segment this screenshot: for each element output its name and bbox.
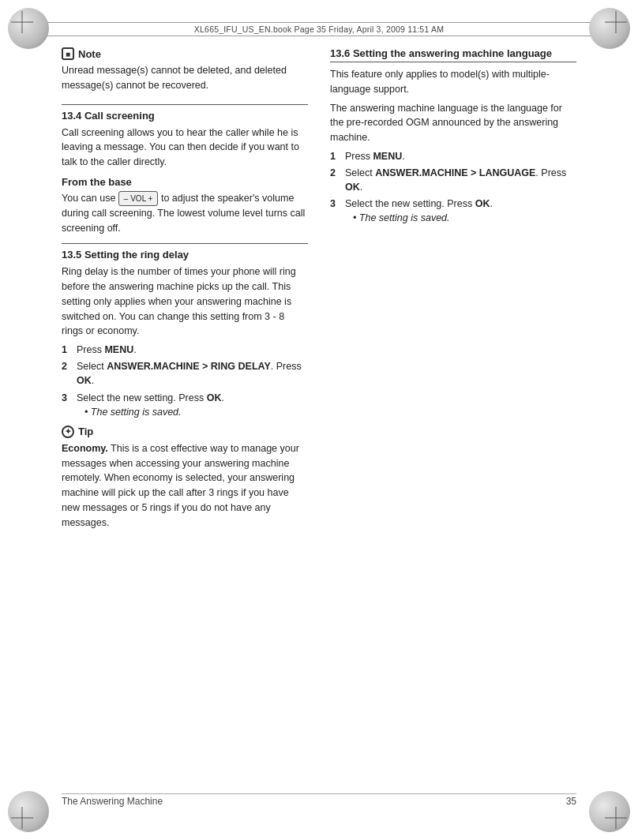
section-13-6: 13.6 Setting the answering machine langu… [330,47,576,225]
section-13-4: 13.4 Call screening Call screening allow… [62,110,308,236]
section-13-5-title: 13.5 Setting the ring delay [62,249,308,261]
tip-body-text: This is a cost effective way to manage y… [62,443,299,528]
step-r-3-italic: • The setting is saved. [353,211,576,225]
section-13-5-body: Ring delay is the number of times your p… [62,264,308,339]
section-13-5-steps: 1 Press MENU. 2 Select ANSWER.MACHINE > … [62,343,308,419]
section-13-4-title: 13.4 Call screening [62,110,308,122]
step-r-num-2: 2 [330,166,341,194]
step-1-content: Press MENU. [77,343,308,357]
step-13-6-1: 1 Press MENU. [330,149,576,163]
header-bar: XL665_IFU_US_EN.book Page 35 Friday, Apr… [47,22,591,36]
step-num-3: 3 [62,391,73,419]
section-13-4-vol: You can use – VOL + to adjust the speake… [62,191,308,236]
step-r-2-content: Select ANSWER.MACHINE > LANGUAGE. Press … [345,166,576,194]
step-3-italic: • The setting is saved. [84,405,308,419]
step-13-5-3: 3 Select the new setting. Press OK. • Th… [62,391,308,419]
section-13-6-body2: The answering machine language is the la… [330,101,576,145]
section-13-5: 13.5 Setting the ring delay Ring delay i… [62,249,308,530]
section-13-6-steps: 1 Press MENU. 2 Select ANSWER.MACHINE > … [330,149,576,226]
left-column: ■ Note Unread message(s) cannot be delet… [62,47,308,541]
section-13-6-body1: This feature only applies to model(s) wi… [330,67,576,97]
subsection-from-base: From the base [62,176,308,188]
tip-bold: Economy. [62,443,108,454]
step-r-num-3: 3 [330,197,341,225]
section-13-4-body: Call screening allows you to hear the ca… [62,126,308,170]
divider-13-6-top [330,62,576,62]
footer-right: 35 [566,796,576,807]
divider-13-4 [62,104,308,105]
crosshair-br [605,807,627,829]
step-13-6-3: 3 Select the new setting. Press OK. • Th… [330,197,576,225]
note-body: Unread message(s) cannot be deleted, and… [62,63,308,93]
tip-icon: ✦ [62,426,74,438]
footer-left: The Answering Machine [62,796,163,807]
crosshair-tr [605,11,627,33]
note-header: ■ Note [62,47,308,60]
divider-13-5 [62,243,308,244]
step-13-6-2: 2 Select ANSWER.MACHINE > LANGUAGE. Pres… [330,166,576,194]
tip-label: Tip [78,426,93,437]
vol-button: – VOL + [118,191,159,206]
step-13-5-1: 1 Press MENU. [62,343,308,357]
footer: The Answering Machine 35 [62,796,576,807]
step-13-5-2: 2 Select ANSWER.MACHINE > RING DELAY. Pr… [62,359,308,388]
crosshair-bl [11,807,33,829]
step-r-3-content: Select the new setting. Press OK. • The … [345,197,576,225]
right-column: 13.6 Setting the answering machine langu… [330,47,576,541]
footer-line [62,793,576,794]
note-icon: ■ [62,47,74,60]
main-content: ■ Note Unread message(s) cannot be delet… [62,47,576,785]
header-text: XL665_IFU_US_EN.book Page 35 Friday, Apr… [194,24,444,34]
step-3-content: Select the new setting. Press OK. • The … [77,391,308,419]
step-num-1: 1 [62,343,73,357]
note-section: ■ Note Unread message(s) cannot be delet… [62,47,308,93]
two-columns: ■ Note Unread message(s) cannot be delet… [62,47,576,541]
note-label: Note [78,48,101,60]
tip-body: Economy. This is a cost effective way to… [62,441,308,531]
tip-section: ✦ Tip Economy. This is a cost effective … [62,426,308,531]
step-2-content: Select ANSWER.MACHINE > RING DELAY. Pres… [77,359,308,388]
vol-text-before: You can use [62,193,115,204]
step-r-1-content: Press MENU. [345,149,576,163]
step-num-2: 2 [62,359,73,388]
section-13-6-title: 13.6 Setting the answering machine langu… [330,47,576,59]
crosshair-tl [11,11,33,33]
step-r-num-1: 1 [330,149,341,163]
tip-header: ✦ Tip [62,426,308,438]
